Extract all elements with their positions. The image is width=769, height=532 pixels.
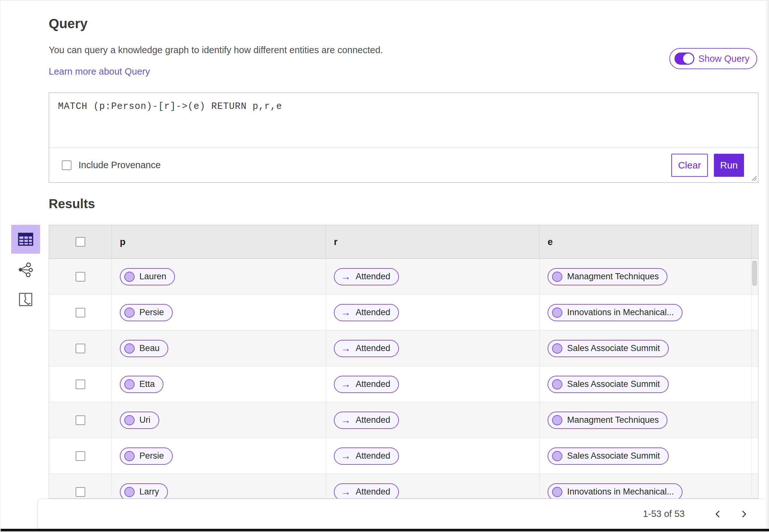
row-e-label: Innovations in Mechanical...: [567, 487, 674, 497]
results-table: p r e Lauren → Attended Managment Techni…: [49, 225, 758, 499]
entity-pill-p[interactable]: Lauren: [120, 268, 175, 285]
query-editor-panel: MATCH (p:Person)-[r]->(e) RETURN p,r,e I…: [49, 93, 758, 183]
entity-pill-p[interactable]: Larry: [120, 483, 168, 499]
relation-pill-r[interactable]: → Attended: [334, 483, 399, 499]
node-circle-icon: [124, 307, 135, 318]
row-r-label: Attended: [356, 415, 390, 425]
relation-arrow-icon: →: [341, 343, 351, 353]
relation-arrow-icon: →: [341, 379, 351, 389]
row-checkbox[interactable]: [76, 487, 85, 497]
row-r-label: Attended: [356, 379, 390, 389]
node-circle-icon: [552, 307, 562, 318]
graph-view-button[interactable]: [11, 261, 40, 279]
results-heading: Results: [49, 197, 95, 211]
show-query-toggle[interactable]: Show Query: [669, 48, 757, 69]
entity-pill-e[interactable]: Managment Techniques: [548, 412, 667, 429]
clear-button[interactable]: Clear: [671, 154, 708, 177]
chevron-right-icon: [739, 509, 749, 519]
table-row: Persie → Attended Innovations in Mechani…: [49, 295, 758, 331]
table-row: Etta → Attended Sales Associate Summit: [49, 366, 758, 402]
relation-pill-r[interactable]: → Attended: [334, 268, 399, 285]
toggle-on-icon[interactable]: [675, 53, 694, 65]
map-icon: [18, 292, 33, 307]
query-page: Query You can query a knowledge graph to…: [0, 0, 769, 532]
include-provenance-label: Include Provenance: [78, 160, 160, 170]
table-view-button[interactable]: [11, 225, 40, 254]
select-all-checkbox[interactable]: [76, 237, 85, 247]
entity-pill-p[interactable]: Uri: [120, 412, 159, 429]
entity-pill-e[interactable]: Sales Associate Summit: [548, 376, 669, 393]
include-provenance-checkbox[interactable]: [62, 160, 71, 170]
entity-pill-e[interactable]: Sales Associate Summit: [548, 340, 669, 357]
row-checkbox[interactable]: [76, 415, 85, 425]
node-circle-icon: [124, 451, 135, 461]
show-query-label: Show Query: [698, 53, 749, 64]
results-view-switcher: [11, 225, 40, 321]
run-button[interactable]: Run: [714, 154, 744, 177]
learn-more-link[interactable]: Learn more about Query: [49, 66, 150, 77]
column-header-r[interactable]: r: [334, 237, 337, 247]
node-circle-icon: [124, 415, 135, 425]
entity-pill-e[interactable]: Sales Associate Summit: [548, 447, 669, 465]
relation-pill-r[interactable]: → Attended: [334, 304, 399, 321]
table-row: Persie → Attended Sales Associate Summit: [49, 438, 758, 474]
vertical-scrollbar-thumb[interactable]: [752, 260, 757, 286]
table-row: Lauren → Attended Managment Techniques: [49, 259, 758, 295]
entity-pill-e[interactable]: Innovations in Mechanical...: [548, 304, 683, 321]
row-r-label: Attended: [356, 343, 390, 353]
row-r-label: Attended: [356, 487, 390, 497]
node-circle-icon: [552, 379, 562, 389]
row-p-label: Etta: [139, 379, 155, 389]
page-description: You can query a knowledge graph to ident…: [49, 45, 383, 55]
relation-pill-r[interactable]: → Attended: [334, 340, 399, 357]
table-icon: [17, 231, 34, 248]
pagination-bar: 1-53 of 53: [37, 499, 767, 529]
row-e-label: Sales Associate Summit: [567, 343, 660, 353]
node-circle-icon: [552, 415, 562, 425]
row-r-label: Attended: [356, 451, 390, 461]
toggle-knob: [683, 53, 693, 64]
map-view-button[interactable]: [11, 291, 40, 308]
row-p-label: Persie: [139, 307, 164, 317]
next-page-button[interactable]: [737, 507, 751, 521]
row-e-label: Managment Techniques: [567, 415, 659, 425]
page-bottom-edge: [1, 529, 769, 531]
node-circle-icon: [124, 379, 135, 389]
row-p-label: Lauren: [139, 272, 166, 282]
relation-pill-r[interactable]: → Attended: [334, 376, 399, 393]
row-e-label: Sales Associate Summit: [567, 451, 660, 461]
row-p-label: Beau: [139, 343, 159, 353]
entity-pill-e[interactable]: Innovations in Mechanical...: [548, 483, 683, 499]
relation-pill-r[interactable]: → Attended: [334, 412, 399, 429]
entity-pill-p[interactable]: Persie: [120, 304, 173, 321]
relation-arrow-icon: →: [341, 451, 351, 461]
column-header-e[interactable]: e: [548, 237, 553, 247]
network-graph-icon: [18, 262, 33, 277]
row-p-label: Larry: [139, 487, 159, 497]
node-circle-icon: [552, 272, 562, 282]
table-body: Lauren → Attended Managment Techniques P…: [49, 259, 758, 499]
row-checkbox[interactable]: [76, 272, 85, 282]
page-right-edge: [765, 1, 769, 529]
column-header-p[interactable]: p: [120, 237, 126, 247]
entity-pill-p[interactable]: Etta: [120, 376, 163, 393]
row-checkbox[interactable]: [76, 308, 85, 317]
entity-pill-p[interactable]: Persie: [120, 447, 173, 465]
page-title: Query: [49, 16, 87, 31]
row-checkbox[interactable]: [76, 344, 85, 353]
entity-pill-e[interactable]: Managment Techniques: [548, 268, 667, 285]
row-e-label: Sales Associate Summit: [567, 379, 660, 389]
relation-arrow-icon: →: [341, 272, 351, 282]
resize-handle-icon[interactable]: [749, 174, 757, 181]
table-row: Larry → Attended Innovations in Mechanic…: [49, 474, 758, 499]
table-header-row: p r e: [49, 225, 758, 259]
query-input[interactable]: MATCH (p:Person)-[r]->(e) RETURN p,r,e: [49, 93, 758, 148]
relation-pill-r[interactable]: → Attended: [334, 447, 399, 465]
row-checkbox[interactable]: [76, 451, 85, 461]
node-circle-icon: [552, 487, 562, 497]
relation-arrow-icon: →: [341, 487, 351, 497]
row-r-label: Attended: [356, 307, 390, 317]
previous-page-button[interactable]: [710, 507, 725, 521]
entity-pill-p[interactable]: Beau: [120, 340, 168, 357]
row-checkbox[interactable]: [76, 380, 85, 389]
